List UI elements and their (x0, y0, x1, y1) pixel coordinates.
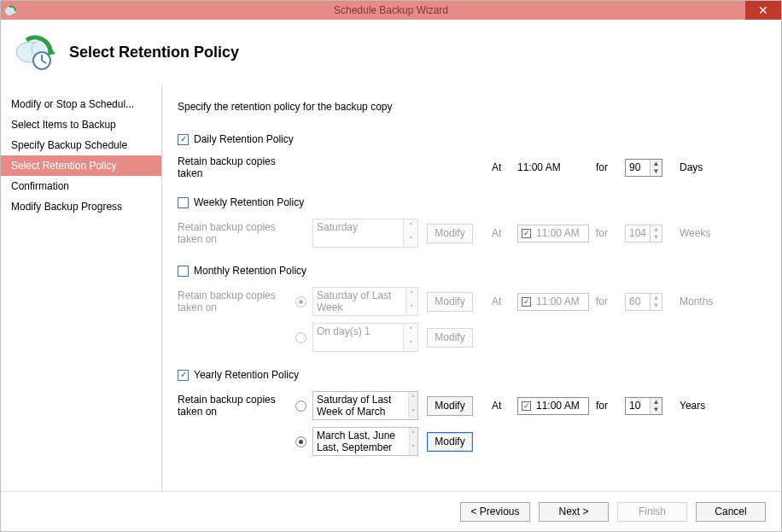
monthly-opt1-listbox: Saturday of Last Week ˄˅ (312, 287, 418, 316)
cancel-button[interactable]: Cancel (696, 502, 766, 522)
app-icon (4, 3, 18, 17)
spin-up-icon[interactable]: ▲ (651, 398, 662, 406)
cloud-backup-icon (13, 32, 59, 73)
wizard-footer: < Previous Next > Finish Cancel (1, 491, 781, 531)
daily-title: Daily Retention Policy (194, 133, 294, 145)
monthly-title: Monthly Retention Policy (194, 265, 306, 277)
monthly-unit: Months (668, 295, 713, 307)
weekly-time-value: 11:00 AM (536, 227, 580, 239)
chevron-up-icon: ˄ (404, 219, 417, 233)
daily-retain-label: Retain backup copies taken (178, 155, 289, 179)
yearly-unit: Years (668, 400, 705, 412)
spin-down-icon[interactable]: ▼ (651, 167, 662, 176)
chevron-down-icon: ˅ (404, 337, 417, 351)
yearly-time-box[interactable]: 11:00 AM (517, 397, 589, 415)
monthly-header-row: Monthly Retention Policy (178, 260, 769, 282)
sidebar-item-retention-policy[interactable]: Select Retention Policy (1, 155, 161, 176)
weekly-unit: Weeks (668, 227, 710, 239)
spin-up-icon: ▲ (651, 225, 662, 234)
yearly-radio-1[interactable] (295, 400, 306, 412)
yearly-row-2: March Last, June Last, September ˄˅ Modi… (178, 427, 769, 456)
window-title: Schedule Backup Wizard (1, 4, 781, 16)
spin-up-icon: ▲ (651, 294, 662, 302)
daily-duration-value: 90 (626, 160, 650, 176)
spin-down-icon[interactable]: ▼ (651, 406, 662, 414)
yearly-retain-label: Retain backup copies taken on (178, 394, 289, 418)
yearly-modify-1-button[interactable]: Modify (427, 396, 473, 416)
spin-down-icon: ▼ (651, 301, 662, 310)
wizard-main: Specify the retention policy for the bac… (162, 85, 781, 491)
wizard-header: Select Retention Policy (1, 20, 781, 85)
chevron-up-icon[interactable]: ˄ (410, 428, 417, 441)
monthly-checkbox[interactable] (178, 266, 189, 277)
yearly-opt1-value: Saturday of Last Week of March (313, 392, 408, 419)
window-controls: ✕ (745, 1, 781, 20)
chevron-down-icon[interactable]: ˅ (409, 406, 417, 419)
weekly-row: Retain backup copies taken on Saturday ˄… (178, 219, 769, 248)
daily-checkbox[interactable] (178, 134, 189, 145)
spin-up-icon[interactable]: ▲ (651, 160, 662, 168)
chevron-down-icon: ˅ (406, 301, 417, 315)
chevron-down-icon[interactable]: ˅ (410, 441, 417, 455)
chevron-down-icon: ˅ (404, 233, 417, 247)
daily-time: 11:00 AM (517, 161, 591, 173)
yearly-for-label: for (591, 400, 625, 412)
yearly-opt1-listbox[interactable]: Saturday of Last Week of March ˄˅ (312, 391, 418, 420)
chevron-up-icon[interactable]: ˄ (409, 392, 417, 406)
monthly-at-label: At (483, 295, 517, 307)
daily-unit: Days (668, 161, 703, 173)
weekly-for-label: for (591, 227, 625, 239)
monthly-radio-1 (295, 296, 306, 307)
yearly-time-value: 11:00 AM (536, 400, 580, 412)
sidebar-item-modify-schedule[interactable]: Modify or Stop a Schedul... (1, 94, 161, 114)
chevron-up-icon: ˄ (404, 324, 417, 337)
daily-row: Retain backup copies taken At 11:00 AM f… (178, 155, 769, 179)
monthly-time-value: 11:00 AM (536, 295, 580, 307)
monthly-row-1: Retain backup copies taken on Saturday o… (178, 287, 769, 316)
yearly-modify-2-button[interactable]: Modify (427, 432, 473, 452)
sidebar-item-backup-schedule[interactable]: Specify Backup Schedule (1, 135, 161, 155)
next-button[interactable]: Next > (539, 502, 609, 522)
chevron-up-icon: ˄ (406, 288, 417, 301)
sidebar-item-backup-progress[interactable]: Modify Backup Progress (1, 196, 161, 217)
yearly-duration-spinner[interactable]: 10 ▲▼ (625, 397, 662, 415)
daily-at-label: At (483, 161, 517, 173)
yearly-duration-value: 10 (626, 398, 650, 414)
close-button[interactable]: ✕ (745, 1, 781, 20)
previous-button[interactable]: < Previous (460, 502, 530, 522)
weekly-duration-value: 104 (626, 225, 650, 242)
daily-duration-spinner[interactable]: 90 ▲▼ (625, 159, 662, 177)
monthly-time-box: 11:00 AM (517, 293, 589, 311)
monthly-radio-2 (295, 332, 306, 343)
monthly-modify-2-button: Modify (427, 328, 473, 348)
titlebar: Schedule Backup Wizard ✕ (1, 1, 781, 20)
sidebar-item-confirmation[interactable]: Confirmation (1, 176, 161, 196)
yearly-time-checkbox[interactable] (522, 401, 531, 411)
weekly-title: Weekly Retention Policy (194, 196, 304, 208)
monthly-retain-label: Retain backup copies taken on (178, 289, 289, 313)
finish-button: Finish (617, 502, 687, 522)
monthly-opt2-value: On day(s) 1 (313, 324, 403, 351)
close-icon: ✕ (758, 3, 768, 17)
yearly-opt2-value: March Last, June Last, September (313, 428, 409, 455)
weekly-retain-label: Retain backup copies taken on (178, 221, 289, 245)
monthly-opt2-listbox: On day(s) 1 ˄˅ (312, 323, 418, 352)
yearly-radio-2[interactable] (295, 436, 306, 447)
monthly-duration-value: 60 (626, 294, 650, 310)
weekly-duration-spinner: 104 ▲▼ (625, 225, 662, 243)
monthly-duration-spinner: 60 ▲▼ (625, 293, 662, 311)
wizard-body: Modify or Stop a Schedul... Select Items… (1, 85, 781, 491)
yearly-opt2-listbox[interactable]: March Last, June Last, September ˄˅ (312, 427, 418, 456)
sidebar-item-select-items[interactable]: Select Items to Backup (1, 114, 161, 135)
wizard-window: Schedule Backup Wizard ✕ Select Retentio… (0, 0, 782, 532)
weekly-day-listbox: Saturday ˄˅ (312, 219, 418, 248)
page-title: Select Retention Policy (69, 44, 239, 61)
weekly-modify-button: Modify (427, 224, 473, 243)
weekly-time-checkbox (522, 229, 531, 238)
weekly-checkbox[interactable] (178, 197, 189, 208)
weekly-day-value: Saturday (313, 219, 403, 247)
monthly-row-2: On day(s) 1 ˄˅ Modify (178, 323, 769, 352)
yearly-checkbox[interactable] (178, 370, 189, 381)
monthly-opt1-value: Saturday of Last Week (313, 288, 406, 315)
yearly-title: Yearly Retention Policy (194, 369, 299, 381)
